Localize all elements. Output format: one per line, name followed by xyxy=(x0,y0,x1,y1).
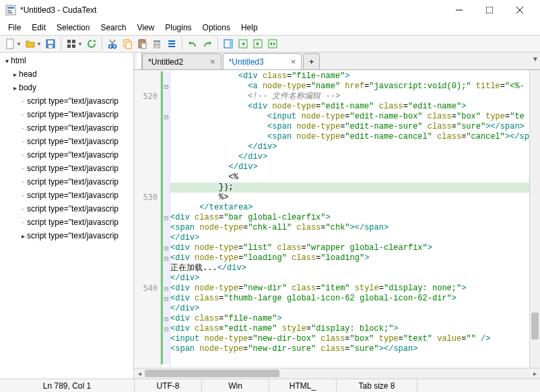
tree-item[interactable]: ·script type="text/javascrip xyxy=(0,94,133,108)
code-line[interactable]: </div> xyxy=(170,162,529,172)
menu-selection[interactable]: Selection xyxy=(51,22,95,34)
select-all-icon[interactable] xyxy=(164,36,179,51)
tree-item[interactable]: ·script type="text/javascrip xyxy=(0,202,133,216)
add-tab-button[interactable]: + xyxy=(303,53,320,69)
fold-collapse-icon[interactable]: ⊟ xyxy=(161,112,170,122)
refresh-icon[interactable] xyxy=(84,36,99,51)
code-line[interactable]: <span node-type="new-dir-sure" class="su… xyxy=(170,344,529,354)
fold-collapse-icon[interactable]: ⊟ xyxy=(161,253,170,263)
code-line[interactable]: <div node-type="list" class="wrapper glo… xyxy=(170,243,529,253)
fold-collapse-icon[interactable]: ⊟ xyxy=(161,324,170,334)
code-line[interactable]: <% xyxy=(170,172,529,183)
code-line[interactable]: <input node-type="edit-name-box" class="… xyxy=(170,112,529,122)
code-line[interactable]: </div> xyxy=(170,142,529,152)
tree-item[interactable]: ▸script type="text/javascrip xyxy=(0,229,133,242)
tree-item[interactable]: ·script type="text/javascrip xyxy=(0,216,133,229)
new-file-icon[interactable] xyxy=(3,36,18,51)
tree-root[interactable]: ▾html xyxy=(0,54,133,67)
indent-left-icon[interactable] xyxy=(236,36,250,51)
save-icon[interactable] xyxy=(43,36,58,51)
code-line[interactable]: <div class="bar global-clearfix"> xyxy=(170,213,529,223)
code-line[interactable]: <div node-type="edit-name" class="edit-n… xyxy=(170,102,529,112)
close-button[interactable] xyxy=(504,0,535,20)
status-line-endings[interactable]: Win xyxy=(202,379,269,392)
fold-collapse-icon[interactable]: ⊟ xyxy=(161,213,170,223)
fold-collapse-icon[interactable]: ⊟ xyxy=(161,294,170,304)
code-line[interactable]: <div class="file-name"> xyxy=(170,314,529,324)
code-line[interactable]: <span node-type="edit-name-sure" class="… xyxy=(170,122,529,132)
fold-collapse-icon[interactable]: ⊟ xyxy=(161,243,170,253)
code-line[interactable]: <div class="file-name"> xyxy=(170,71,529,81)
tree-item[interactable]: ▸body xyxy=(0,81,133,94)
code-editor[interactable]: <div class="file-name"> <a node-type="na… xyxy=(170,70,529,368)
menu-search[interactable]: Search xyxy=(95,22,131,34)
tree-item[interactable]: ▸head xyxy=(0,67,133,81)
code-line[interactable]: </div> xyxy=(170,304,529,314)
status-tabsize[interactable]: Tab size 8 xyxy=(337,379,417,392)
minimap-icon[interactable] xyxy=(221,36,236,51)
code-line[interactable]: </textarea> xyxy=(170,203,529,213)
menu-plugins[interactable]: Plugins xyxy=(160,22,197,34)
code-line[interactable]: </div> xyxy=(170,233,529,243)
undo-icon[interactable] xyxy=(185,36,200,51)
minimize-button[interactable] xyxy=(444,0,474,20)
tree-item[interactable]: ·script type="text/javascrip xyxy=(0,175,133,189)
maximize-button[interactable] xyxy=(474,0,504,20)
tab-untitled3[interactable]: *Untitled3× xyxy=(223,53,302,69)
status-encoding[interactable]: UTF-8 xyxy=(135,379,202,392)
code-line[interactable]: 正在加载...</div> xyxy=(170,263,529,273)
menu-help[interactable]: Help xyxy=(236,22,263,34)
code-line[interactable]: }); xyxy=(170,183,529,193)
tree-item[interactable]: ·script type="text/javascrip xyxy=(0,121,133,135)
tree-item[interactable]: ·script type="text/javascrip xyxy=(0,189,133,202)
status-language[interactable]: HTML_ xyxy=(269,379,337,392)
open-file-icon[interactable] xyxy=(23,36,38,51)
tree-item[interactable]: ·script type="text/javascrip xyxy=(0,162,133,175)
swap-icon[interactable] xyxy=(265,36,280,51)
fold-column[interactable]: ⊟⊟⊟⊟⊟⊟⊟⊟⊟ xyxy=(161,70,170,368)
fold-collapse-icon[interactable]: ⊟ xyxy=(161,284,170,294)
code-line[interactable]: <span node-type="chk-all" class="chk"></… xyxy=(170,223,529,233)
vertical-scrollbar[interactable] xyxy=(529,70,540,368)
scroll-left-icon[interactable]: ◂ xyxy=(134,370,145,377)
scrollbar-thumb[interactable] xyxy=(531,313,539,339)
code-line[interactable]: <div class="thumb-large global-icon-62 g… xyxy=(170,294,529,304)
redo-icon[interactable] xyxy=(200,36,215,51)
grid-icon[interactable] xyxy=(64,36,79,51)
code-line[interactable]: </div> xyxy=(170,273,529,284)
code-line[interactable]: <div class="edit-name" style="display: b… xyxy=(170,324,529,334)
scrollbar-thumb[interactable] xyxy=(145,370,279,377)
tree-item[interactable]: ·script type="text/javascrip xyxy=(0,135,133,148)
fold-collapse-icon[interactable]: ⊟ xyxy=(161,81,170,92)
tree-item[interactable]: ·script type="text/javascrip xyxy=(0,148,133,162)
code-line[interactable]: <!-- 文件名称编辑 --> xyxy=(170,92,529,102)
status-position[interactable]: Ln 789, Col 1 xyxy=(0,379,135,392)
delete-icon[interactable] xyxy=(149,36,164,51)
code-line[interactable]: </div> xyxy=(170,152,529,162)
tab-untitled2[interactable]: *Untitled2× xyxy=(142,53,222,69)
code-line[interactable]: <div node-type="loading" class="loading"… xyxy=(170,253,529,263)
code-line[interactable] xyxy=(170,354,529,364)
horizontal-scrollbar[interactable]: ◂ ▸ xyxy=(134,368,540,379)
code-tree[interactable]: ▾html ▸head▸body·script type="text/javas… xyxy=(0,53,133,244)
tree-item[interactable]: ·script type="text/javascrip xyxy=(0,108,133,121)
copy-icon[interactable] xyxy=(120,36,135,51)
menu-options[interactable]: Options xyxy=(197,22,236,34)
menu-edit[interactable]: Edit xyxy=(26,22,51,34)
code-line[interactable]: %> xyxy=(170,193,529,203)
paste-icon[interactable] xyxy=(135,36,149,51)
tab-close-icon[interactable]: × xyxy=(210,57,215,67)
code-line[interactable]: <input node-type="new-dir-box" class="bo… xyxy=(170,334,529,344)
indent-right-icon[interactable] xyxy=(250,36,265,51)
fold-collapse-icon[interactable]: ⊟ xyxy=(161,314,170,324)
cut-icon[interactable] xyxy=(105,36,120,51)
code-line[interactable]: <span node-type="edit-name-cancel" class… xyxy=(170,132,529,142)
code-line[interactable]: <div node-type="new-dir" class="item" st… xyxy=(170,284,529,294)
menu-view[interactable]: View xyxy=(131,22,160,34)
code-line[interactable]: <a node-type="name" href="javascript:voi… xyxy=(170,81,529,92)
tabbar-menu-icon[interactable]: ▼ xyxy=(532,55,539,63)
tab-close-icon[interactable]: × xyxy=(291,57,296,67)
scroll-right-icon[interactable]: ▸ xyxy=(529,370,540,377)
line-gutter[interactable]: 520530540 xyxy=(134,70,161,368)
menu-file[interactable]: File xyxy=(3,22,26,34)
